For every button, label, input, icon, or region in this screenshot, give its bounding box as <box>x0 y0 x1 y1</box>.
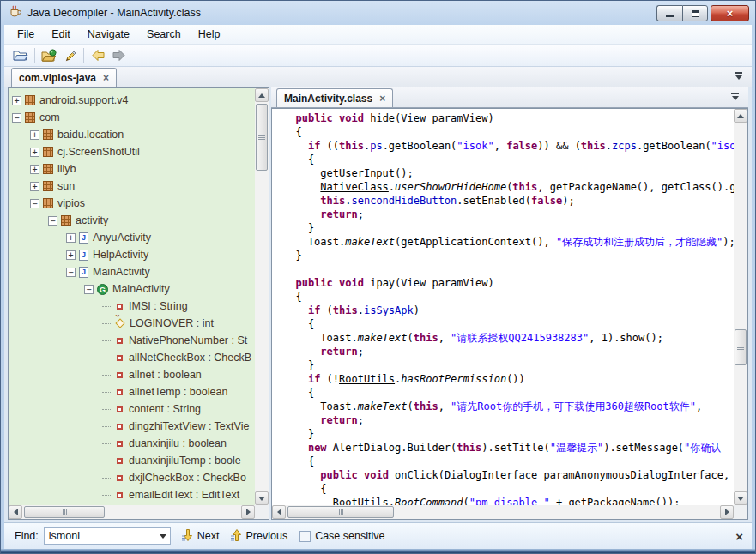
tab-mainactivity-class[interactable]: MainActivity.class × <box>276 88 393 107</box>
back-button[interactable] <box>88 46 108 65</box>
menu-file[interactable]: File <box>9 26 43 43</box>
tree-item[interactable]: IMSI : String <box>9 298 255 315</box>
scroll-down-icon[interactable] <box>734 491 747 505</box>
find-close-icon[interactable]: × <box>735 529 743 544</box>
scrollbar-thumb[interactable] <box>287 506 394 518</box>
package-icon <box>43 164 53 174</box>
find-input-value[interactable]: ismoni <box>45 530 156 542</box>
tree-vertical-scrollbar[interactable] <box>255 88 269 505</box>
find-previous-button[interactable]: Previous <box>246 530 288 542</box>
tree-item[interactable]: +cj.ScreenShotUtil <box>9 143 255 160</box>
tab-com-vipios-java[interactable]: com.vipios-java × <box>11 68 117 87</box>
tab-list-dropdown-icon[interactable] <box>733 72 744 83</box>
scroll-left-icon[interactable] <box>9 505 22 519</box>
collapse-icon[interactable]: − <box>48 216 57 226</box>
tree-item[interactable]: allnetTemp : boolean <box>9 383 255 400</box>
expand-icon[interactable]: + <box>12 96 21 105</box>
tree-item[interactable]: content : String <box>9 400 255 418</box>
scrollbar-thumb[interactable] <box>735 329 747 365</box>
tree-item[interactable]: allNetCheckBox : CheckB <box>9 349 255 366</box>
tab-close-icon[interactable]: × <box>103 72 109 84</box>
tree-item[interactable]: −vipios <box>9 195 255 212</box>
code-line: { <box>283 153 734 166</box>
close-button[interactable]: × <box>711 5 749 21</box>
scrollbar-thumb[interactable] <box>256 104 268 171</box>
menu-search[interactable]: Search <box>138 26 190 43</box>
tab-list-dropdown-icon[interactable] <box>729 93 741 104</box>
tree-item[interactable]: +android.support.v4 <box>9 92 255 109</box>
toolbar-separator <box>34 48 35 63</box>
expand-icon[interactable]: + <box>30 182 39 191</box>
forward-button[interactable] <box>108 46 129 65</box>
expand-icon[interactable]: + <box>30 130 39 140</box>
expand-icon[interactable]: + <box>66 233 76 243</box>
collapse-icon[interactable]: − <box>84 285 94 294</box>
code-vertical-scrollbar[interactable] <box>734 109 747 505</box>
restore-button[interactable] <box>682 5 708 21</box>
field-icon <box>117 304 123 310</box>
tree-item[interactable]: dxjlCheckBox : CheckBo <box>9 469 255 486</box>
tree-horizontal-scrollbar[interactable] <box>9 505 255 519</box>
minimize-button[interactable] <box>656 5 682 21</box>
scroll-right-icon[interactable] <box>241 505 255 519</box>
package-icon <box>43 147 53 157</box>
menu-edit[interactable]: Edit <box>43 26 79 43</box>
tree-item[interactable]: +baidu.location <box>9 126 255 143</box>
collapse-icon[interactable]: − <box>12 113 21 123</box>
titlebar[interactable]: Java Decompiler - MainActivity.class × <box>1 1 755 25</box>
collapse-icon[interactable]: − <box>66 268 76 277</box>
menu-help[interactable]: Help <box>190 26 229 43</box>
tree-item[interactable]: +JAnyuActivity <box>9 229 255 246</box>
tree-item[interactable]: −com <box>9 109 255 126</box>
find-next-icon[interactable] <box>181 528 194 545</box>
collapse-icon[interactable]: − <box>30 199 39 208</box>
field-icon <box>117 355 123 361</box>
tree-item[interactable]: allnet : boolean <box>9 366 255 383</box>
tree-item-label: NativePhoneNumber : St <box>129 334 247 346</box>
tree-item[interactable]: dingzhiTextView : TextVie <box>9 418 255 435</box>
tree-item[interactable]: +JHelpActivity <box>9 246 255 263</box>
tree-item[interactable]: duanxinjilu : boolean <box>9 435 255 452</box>
tree-item[interactable]: +sun <box>9 178 255 195</box>
menu-navigate[interactable]: Navigate <box>79 26 138 43</box>
scrollbar-thumb[interactable] <box>24 506 105 518</box>
case-sensitive-checkbox[interactable] <box>299 531 311 542</box>
code-line <box>283 262 734 276</box>
tree-item[interactable]: −activity <box>9 212 255 229</box>
field-icon <box>117 424 123 430</box>
scroll-left-icon[interactable] <box>272 505 286 519</box>
tree-item-label: MainActivity <box>112 283 170 295</box>
package-tree-panel: +android.support.v4−com+baidu.location+c… <box>8 87 269 520</box>
source-code-view[interactable]: public void hide(View paramView) { if ((… <box>272 109 734 505</box>
package-icon <box>25 112 35 123</box>
code-line: } <box>283 427 734 441</box>
package-tree[interactable]: +android.support.v4−com+baidu.location+c… <box>9 88 255 505</box>
expand-icon[interactable]: + <box>30 148 39 157</box>
tab-close-icon[interactable]: × <box>379 93 385 105</box>
open-file-button[interactable] <box>10 46 31 65</box>
tree-item[interactable]: duanxinjiluTemp : boole <box>9 452 255 469</box>
scroll-up-icon[interactable] <box>734 109 747 123</box>
code-line: if ((this.ps.getBoolean("isok", false)) … <box>283 139 734 153</box>
scroll-down-icon[interactable] <box>255 491 269 505</box>
tree-item[interactable]: NativePhoneNumber : St <box>9 332 255 349</box>
search-button[interactable] <box>59 46 80 65</box>
scroll-right-icon[interactable] <box>720 505 734 519</box>
combo-dropdown-icon[interactable] <box>156 528 170 544</box>
expand-icon[interactable]: + <box>30 165 39 174</box>
scroll-up-icon[interactable] <box>255 88 269 102</box>
tree-item[interactable]: −JMainActivity <box>9 263 255 280</box>
tree-item[interactable]: +illyb <box>9 160 255 178</box>
back-arrow-icon <box>91 49 106 62</box>
tree-item[interactable]: −GMainActivity <box>9 280 255 298</box>
find-input[interactable]: ismoni <box>44 527 171 545</box>
tree-item[interactable]: SLOGINOVER : int <box>9 315 255 332</box>
tree-item[interactable]: emailEditText : EditText <box>9 486 255 503</box>
open-type-button[interactable] <box>39 46 59 65</box>
find-next-button[interactable]: Next <box>197 530 220 542</box>
scrollbar-corner <box>734 505 747 519</box>
code-line: public void ipay(View paramView) <box>283 276 734 290</box>
expand-icon[interactable]: + <box>66 250 76 260</box>
code-horizontal-scrollbar[interactable] <box>272 505 734 519</box>
find-previous-icon[interactable] <box>230 528 243 545</box>
